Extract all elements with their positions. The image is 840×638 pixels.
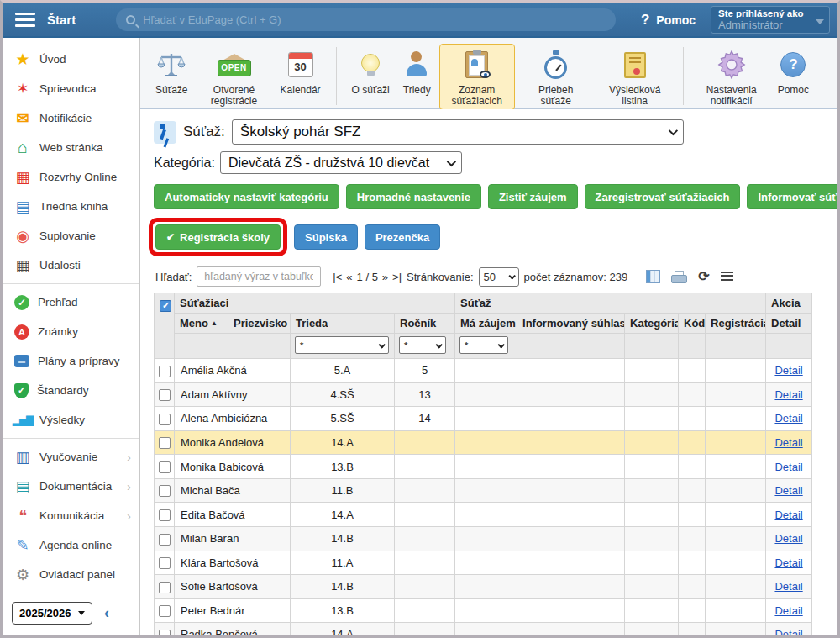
user-role-label: Administrátor (718, 19, 814, 31)
select-all-checkbox[interactable] (160, 300, 171, 312)
detail-link[interactable]: Detail (774, 412, 802, 424)
detail-link[interactable]: Detail (774, 509, 802, 521)
cell-empty (679, 382, 706, 407)
row-checkbox[interactable] (159, 461, 171, 473)
row-checkbox[interactable] (159, 509, 171, 521)
page-size-select[interactable]: 50 (479, 267, 519, 287)
sidebar-item-vyucovanie[interactable]: Vyučovanie› (3, 442, 139, 472)
tab-zoznam-sutaziacich[interactable]: Zoznam súťažiacich (439, 44, 515, 110)
supiska-button[interactable]: Súpiska (294, 224, 358, 250)
zaregistrovat-button[interactable]: Zaregistrovať súťažiacich (585, 184, 741, 209)
col-kategoria[interactable]: Kategória (625, 314, 679, 334)
registracia-skoly-button[interactable]: ✔ Registrácia školy (155, 224, 281, 250)
cell-trieda: 4.SŠ (291, 382, 395, 407)
sidebar-collapse-arrow[interactable]: ‹ (104, 604, 109, 622)
row-checkbox[interactable] (159, 534, 171, 546)
help-menu[interactable]: ? Pomoc (641, 12, 696, 29)
sidebar-item-udalosti[interactable]: Udalosti (3, 250, 139, 280)
tab-otvorene-registracie[interactable]: OPEN Otvorené registrácie (197, 44, 272, 110)
school-year-select[interactable]: 2025/2026 (12, 602, 92, 625)
sidebar-item-web-stranka[interactable]: Web stránka (3, 133, 139, 162)
tab-o-sutazi[interactable]: O súťaži (347, 44, 395, 99)
informovat-button[interactable]: Informovať súťažiacich (747, 184, 837, 209)
row-checkbox[interactable] (159, 366, 171, 377)
row-checkbox[interactable] (159, 557, 171, 569)
sidebar-item-komunikacia[interactable]: Komunikácia› (3, 501, 139, 530)
sidebar-item-znamky[interactable]: Známky (3, 317, 139, 346)
tab-priebeh-sutaze[interactable]: Priebeh súťaže (518, 44, 594, 110)
sidebar-item-standardy[interactable]: Štandardy (3, 376, 139, 405)
table-search-input[interactable] (197, 266, 321, 287)
sidebar-item-sprievodca[interactable]: Sprievodca (3, 74, 139, 103)
start-menu-label[interactable]: Štart (47, 13, 76, 27)
row-checkbox[interactable] (159, 389, 171, 401)
row-checkbox[interactable] (159, 605, 171, 617)
detail-link[interactable]: Detail (774, 532, 802, 545)
tab-triedy[interactable]: Triedy (398, 44, 436, 99)
tab-kalendar[interactable]: 30 Kalendár (276, 44, 326, 99)
main-content: Súťaž: Školský pohár SFZ Kategória: Diev… (140, 109, 837, 635)
prev-page-button[interactable]: « (346, 271, 352, 283)
col-ma-zaujem[interactable]: Má záujem (455, 314, 517, 334)
columns-icon[interactable] (646, 270, 660, 283)
col-rocnik[interactable]: Ročník (395, 314, 455, 334)
hromadne-nastavenie-button[interactable]: Hromadné nastavenie (346, 184, 481, 209)
prezencka-button[interactable]: Prezenčka (365, 224, 440, 250)
kategoria-select[interactable]: Dievčatá ZŠ - družstvá 10 dievčat (220, 151, 462, 174)
sidebar-item-suplovanie[interactable]: Suplovanie (3, 221, 139, 250)
ma-zaujem-filter-select[interactable]: * (459, 336, 508, 354)
col-meno[interactable]: Meno▲ (175, 314, 228, 334)
col-registracia[interactable]: Registrácia (706, 314, 766, 334)
detail-link[interactable]: Detail (774, 580, 802, 593)
tab-nastavenia-notifikacii[interactable]: Nastavenia notifikácií (694, 44, 769, 110)
last-page-button[interactable]: >| (392, 271, 402, 283)
list-view-icon[interactable] (721, 272, 733, 282)
sidebar-item-ovladaci-panel[interactable]: Ovládací panel (3, 560, 139, 589)
detail-link[interactable]: Detail (774, 388, 802, 401)
detail-link[interactable]: Detail (774, 484, 802, 497)
detail-link[interactable]: Detail (774, 436, 802, 449)
tab-sutaze[interactable]: Súťaže (150, 44, 193, 99)
zistit-zaujem-button[interactable]: Zistiť záujem (488, 184, 578, 209)
tab-pomoc[interactable]: Pomoc (773, 44, 814, 99)
detail-link[interactable]: Detail (774, 604, 802, 617)
sidebar-item-agenda-online[interactable]: Agenda online (3, 530, 139, 560)
row-checkbox[interactable] (159, 485, 171, 497)
rocnik-filter-select[interactable]: * (399, 336, 446, 354)
sidebar-item-dokumentacia[interactable]: Dokumentácia› (3, 472, 139, 501)
auto-kategoria-button[interactable]: Automaticky nastaviť kategóriu (154, 184, 339, 209)
tab-vysledkova-listina[interactable]: Výsledková listina (597, 44, 673, 110)
sidebar-item-triedna-kniha[interactable]: Triedna kniha (3, 192, 139, 221)
detail-link[interactable]: Detail (774, 461, 802, 473)
row-checkbox[interactable] (159, 630, 171, 635)
detail-link[interactable]: Detail (774, 364, 802, 377)
printer-icon[interactable] (671, 271, 687, 283)
trieda-filter-select[interactable]: * (295, 336, 389, 354)
scales-icon (157, 48, 186, 82)
global-search-input[interactable]: Hľadať v EduPage (Ctrl + G) (116, 8, 616, 31)
refresh-icon[interactable]: ⟳ (698, 271, 709, 282)
cell-name: Alena Ambiciózna (175, 407, 291, 431)
sidebar-item-uvod[interactable]: Úvod (3, 45, 139, 74)
sidebar-item-notifikacie[interactable]: Notifikácie (3, 103, 139, 133)
col-informovany-suhlas[interactable]: Informovaný súhlas (517, 314, 625, 334)
sidebar-item-plany[interactable]: Plány a prípravy (3, 346, 139, 376)
next-page-button[interactable]: » (382, 271, 388, 283)
sidebar-item-vysledky[interactable]: Výsledky (3, 405, 139, 435)
first-page-button[interactable]: |< (333, 271, 342, 283)
row-checkbox[interactable] (159, 582, 171, 593)
sutaz-select[interactable]: Školský pohár SFZ (232, 119, 684, 145)
col-kod[interactable]: Kód (679, 314, 706, 334)
sidebar-item-rozvrhy[interactable]: Rozvrhy Online (3, 162, 139, 192)
sidebar-item-prehlad[interactable]: Prehľad (3, 287, 139, 317)
chat-icon (14, 508, 31, 525)
detail-link[interactable]: Detail (774, 628, 802, 635)
detail-link[interactable]: Detail (774, 556, 802, 569)
col-trieda[interactable]: Trieda (291, 314, 395, 334)
row-checkbox[interactable] (159, 437, 171, 449)
cell-trieda: 14.A (291, 503, 395, 527)
logged-in-user-dropdown[interactable]: Ste prihlásený ako Administrátor (711, 6, 830, 34)
col-priezvisko[interactable]: Priezvisko▲ (228, 314, 291, 334)
hamburger-menu-icon[interactable] (15, 13, 35, 27)
row-checkbox[interactable] (159, 414, 171, 425)
